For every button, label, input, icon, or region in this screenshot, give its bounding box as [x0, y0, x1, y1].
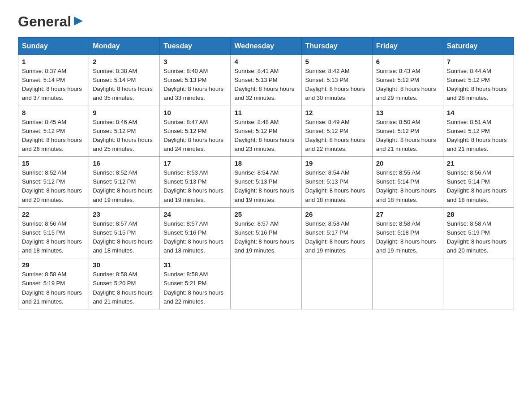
- calendar-cell: 24Sunrise: 8:57 AMSunset: 5:16 PMDayligh…: [160, 207, 231, 258]
- calendar-cell: 14Sunrise: 8:51 AMSunset: 5:12 PMDayligh…: [443, 106, 514, 157]
- day-info: Sunrise: 8:52 AMSunset: 5:12 PMDaylight:…: [93, 168, 156, 205]
- day-info: Sunrise: 8:41 AMSunset: 5:13 PMDaylight:…: [234, 67, 297, 103]
- day-info: Sunrise: 8:37 AMSunset: 5:14 PMDaylight:…: [22, 67, 85, 103]
- day-info: Sunrise: 8:58 AMSunset: 5:18 PMDaylight:…: [376, 219, 439, 256]
- day-number: 22: [22, 210, 85, 218]
- day-info: Sunrise: 8:49 AMSunset: 5:12 PMDaylight:…: [305, 118, 369, 154]
- day-info: Sunrise: 8:38 AMSunset: 5:14 PMDaylight:…: [93, 67, 156, 103]
- calendar-cell: 28Sunrise: 8:58 AMSunset: 5:19 PMDayligh…: [443, 207, 514, 258]
- calendar-header-row: SundayMondayTuesdayWednesdayThursdayFrid…: [18, 38, 514, 55]
- calendar-cell: 5Sunrise: 8:42 AMSunset: 5:13 PMDaylight…: [301, 55, 372, 106]
- day-info: Sunrise: 8:57 AMSunset: 5:16 PMDaylight:…: [163, 219, 227, 256]
- calendar-cell: 12Sunrise: 8:49 AMSunset: 5:12 PMDayligh…: [301, 106, 372, 157]
- day-info: Sunrise: 8:46 AMSunset: 5:12 PMDaylight:…: [93, 118, 156, 154]
- calendar-cell: 9Sunrise: 8:46 AMSunset: 5:12 PMDaylight…: [89, 106, 160, 157]
- calendar-cell: 8Sunrise: 8:45 AMSunset: 5:12 PMDaylight…: [18, 106, 89, 157]
- day-number: 9: [93, 109, 156, 116]
- calendar-cell: 15Sunrise: 8:52 AMSunset: 5:12 PMDayligh…: [18, 157, 89, 208]
- day-info: Sunrise: 8:50 AMSunset: 5:12 PMDaylight:…: [376, 118, 439, 154]
- day-info: Sunrise: 8:43 AMSunset: 5:12 PMDaylight:…: [376, 67, 439, 103]
- day-number: 6: [376, 58, 439, 65]
- calendar-week-2: 8Sunrise: 8:45 AMSunset: 5:12 PMDaylight…: [18, 106, 514, 157]
- calendar-cell: 2Sunrise: 8:38 AMSunset: 5:14 PMDaylight…: [89, 55, 160, 106]
- day-info: Sunrise: 8:58 AMSunset: 5:17 PMDaylight:…: [305, 219, 369, 256]
- logo-triangle-icon: [72, 15, 85, 27]
- day-number: 3: [163, 58, 227, 65]
- day-info: Sunrise: 8:45 AMSunset: 5:12 PMDaylight:…: [22, 118, 85, 154]
- column-header-friday: Friday: [372, 38, 443, 55]
- column-header-sunday: Sunday: [18, 38, 89, 55]
- day-number: 7: [447, 58, 510, 65]
- calendar-cell: 3Sunrise: 8:40 AMSunset: 5:13 PMDaylight…: [160, 55, 231, 106]
- day-info: Sunrise: 8:54 AMSunset: 5:13 PMDaylight:…: [305, 168, 369, 205]
- column-header-saturday: Saturday: [443, 38, 514, 55]
- day-info: Sunrise: 8:52 AMSunset: 5:12 PMDaylight:…: [22, 168, 85, 205]
- day-number: 1: [22, 58, 85, 65]
- day-number: 4: [234, 58, 297, 65]
- day-number: 26: [305, 210, 369, 218]
- calendar-cell: 11Sunrise: 8:48 AMSunset: 5:12 PMDayligh…: [231, 106, 301, 157]
- calendar-cell: 6Sunrise: 8:43 AMSunset: 5:12 PMDaylight…: [372, 55, 443, 106]
- calendar-cell: 7Sunrise: 8:44 AMSunset: 5:12 PMDaylight…: [443, 55, 514, 106]
- logo: General: [18, 13, 85, 28]
- calendar-cell: 13Sunrise: 8:50 AMSunset: 5:12 PMDayligh…: [372, 106, 443, 157]
- calendar-cell: [443, 258, 514, 309]
- calendar-cell: 19Sunrise: 8:54 AMSunset: 5:13 PMDayligh…: [301, 157, 372, 208]
- calendar-week-5: 29Sunrise: 8:58 AMSunset: 5:19 PMDayligh…: [18, 258, 514, 309]
- day-number: 14: [447, 109, 510, 116]
- calendar-cell: 30Sunrise: 8:58 AMSunset: 5:20 PMDayligh…: [89, 258, 160, 309]
- day-info: Sunrise: 8:51 AMSunset: 5:12 PMDaylight:…: [447, 118, 510, 154]
- calendar-cell: [301, 258, 372, 309]
- day-info: Sunrise: 8:58 AMSunset: 5:20 PMDaylight:…: [93, 270, 156, 306]
- day-number: 29: [22, 261, 85, 269]
- day-number: 24: [163, 210, 227, 218]
- calendar-week-3: 15Sunrise: 8:52 AMSunset: 5:12 PMDayligh…: [18, 157, 514, 208]
- day-info: Sunrise: 8:42 AMSunset: 5:13 PMDaylight:…: [305, 67, 369, 103]
- day-info: Sunrise: 8:58 AMSunset: 5:21 PMDaylight:…: [163, 270, 227, 306]
- day-number: 30: [93, 261, 156, 269]
- calendar-cell: 26Sunrise: 8:58 AMSunset: 5:17 PMDayligh…: [301, 207, 372, 258]
- calendar-cell: 10Sunrise: 8:47 AMSunset: 5:12 PMDayligh…: [160, 106, 231, 157]
- column-header-wednesday: Wednesday: [231, 38, 301, 55]
- day-info: Sunrise: 8:58 AMSunset: 5:19 PMDaylight:…: [447, 219, 510, 256]
- day-info: Sunrise: 8:56 AMSunset: 5:14 PMDaylight:…: [447, 168, 510, 205]
- day-number: 27: [376, 210, 439, 218]
- calendar-cell: 18Sunrise: 8:54 AMSunset: 5:13 PMDayligh…: [231, 157, 301, 208]
- calendar-cell: 27Sunrise: 8:58 AMSunset: 5:18 PMDayligh…: [372, 207, 443, 258]
- day-number: 19: [305, 159, 369, 167]
- calendar-cell: 22Sunrise: 8:56 AMSunset: 5:15 PMDayligh…: [18, 207, 89, 258]
- calendar-cell: [372, 258, 443, 309]
- calendar-cell: 20Sunrise: 8:55 AMSunset: 5:14 PMDayligh…: [372, 157, 443, 208]
- column-header-monday: Monday: [89, 38, 160, 55]
- calendar-cell: 16Sunrise: 8:52 AMSunset: 5:12 PMDayligh…: [89, 157, 160, 208]
- day-number: 28: [447, 210, 510, 218]
- day-info: Sunrise: 8:56 AMSunset: 5:15 PMDaylight:…: [22, 219, 85, 256]
- calendar-cell: [231, 258, 301, 309]
- day-number: 5: [305, 58, 369, 65]
- day-info: Sunrise: 8:48 AMSunset: 5:12 PMDaylight:…: [234, 118, 297, 154]
- day-number: 8: [22, 109, 85, 116]
- day-number: 16: [93, 159, 156, 167]
- page-header: General: [18, 13, 514, 28]
- day-info: Sunrise: 8:44 AMSunset: 5:12 PMDaylight:…: [447, 67, 510, 103]
- calendar-table: SundayMondayTuesdayWednesdayThursdayFrid…: [18, 37, 514, 309]
- calendar-week-1: 1Sunrise: 8:37 AMSunset: 5:14 PMDaylight…: [18, 55, 514, 106]
- day-number: 10: [163, 109, 227, 116]
- day-info: Sunrise: 8:57 AMSunset: 5:15 PMDaylight:…: [93, 219, 156, 256]
- calendar-cell: 25Sunrise: 8:57 AMSunset: 5:16 PMDayligh…: [231, 207, 301, 258]
- day-number: 2: [93, 58, 156, 65]
- day-number: 31: [163, 261, 227, 269]
- column-header-tuesday: Tuesday: [160, 38, 231, 55]
- day-number: 21: [447, 159, 510, 167]
- day-number: 13: [376, 109, 439, 116]
- calendar-cell: 17Sunrise: 8:53 AMSunset: 5:13 PMDayligh…: [160, 157, 231, 208]
- calendar-week-4: 22Sunrise: 8:56 AMSunset: 5:15 PMDayligh…: [18, 207, 514, 258]
- day-info: Sunrise: 8:53 AMSunset: 5:13 PMDaylight:…: [163, 168, 227, 205]
- column-header-thursday: Thursday: [301, 38, 372, 55]
- day-number: 25: [234, 210, 297, 218]
- calendar-cell: 23Sunrise: 8:57 AMSunset: 5:15 PMDayligh…: [89, 207, 160, 258]
- svg-marker-0: [74, 17, 83, 26]
- day-number: 17: [163, 159, 227, 167]
- day-number: 23: [93, 210, 156, 218]
- calendar-cell: 1Sunrise: 8:37 AMSunset: 5:14 PMDaylight…: [18, 55, 89, 106]
